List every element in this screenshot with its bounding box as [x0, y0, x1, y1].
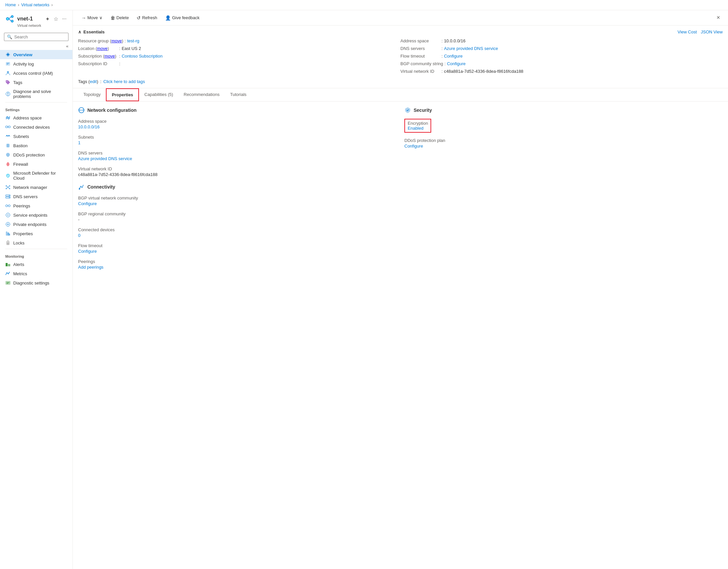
location-label: Location (move): [78, 46, 118, 51]
sidebar-item-firewall[interactable]: Firewall: [0, 159, 72, 169]
sidebar-item-locks[interactable]: Locks: [0, 238, 72, 247]
tabs-bar: Topology Properties Capabilities (5) Rec…: [73, 88, 728, 102]
essentials-collapse-icon[interactable]: ∧: [78, 29, 81, 34]
service-endpoints-icon: [5, 212, 11, 218]
search-input[interactable]: [14, 34, 66, 39]
sidebar-item-network-manager-label: Network manager: [13, 185, 47, 190]
address-space-row: Address space : 10.0.0.0/16: [400, 38, 723, 43]
sidebar-item-private-endpoints[interactable]: Private endpoints: [0, 220, 72, 229]
prop-dns-servers: DNS servers Azure provided DNS service: [78, 151, 396, 161]
network-config-section-icon: [78, 107, 85, 113]
location-move-link[interactable]: move: [97, 46, 108, 51]
svg-rect-17: [6, 126, 8, 128]
refresh-button[interactable]: ↺ Refresh: [133, 14, 160, 22]
prop-ddos-plan-value: Configure: [404, 144, 723, 149]
delete-button[interactable]: 🗑 Delete: [107, 14, 132, 22]
tags-add-link[interactable]: Click here to add tags: [103, 79, 145, 84]
json-view-link[interactable]: JSON View: [701, 29, 723, 34]
monitoring-divider: [5, 249, 67, 249]
sidebar-item-locks-label: Locks: [13, 241, 24, 245]
svg-point-25: [6, 188, 7, 189]
svg-point-53: [82, 109, 84, 111]
sidebar-item-tags[interactable]: Tags: [0, 78, 72, 87]
search-icon: 🔍: [7, 34, 12, 39]
tags-edit-link[interactable]: edit: [90, 79, 97, 84]
tab-topology[interactable]: Topology: [78, 89, 106, 101]
pin-button[interactable]: ✦: [45, 15, 50, 23]
sidebar: vnet-1 ✦ ☆ ··· Virtual network 🔍 « Overv…: [0, 10, 73, 569]
sidebar-item-ddos-protection[interactable]: DDoS protection: [0, 150, 72, 159]
essentials-flow-label: Flow timeout: [400, 54, 440, 59]
sidebar-item-bastion[interactable]: Bastion: [0, 141, 72, 150]
view-cost-link[interactable]: View Cost: [677, 29, 697, 34]
more-button[interactable]: ···: [62, 15, 67, 22]
svg-rect-43: [8, 233, 9, 236]
sidebar-item-peerings[interactable]: Peerings: [0, 201, 72, 210]
prop-bgp-regional: BGP regional community -: [78, 211, 396, 222]
alerts-icon: [5, 262, 11, 267]
tab-tutorials[interactable]: Tutorials: [225, 89, 251, 101]
connected-devices-icon: [5, 124, 11, 130]
collapse-sidebar-button[interactable]: «: [4, 44, 68, 49]
prop-address-space: Address space 10.0.0.0/16: [78, 119, 396, 129]
resource-group-label: Resource group (move): [78, 38, 123, 43]
move-button[interactable]: → Move ∨: [78, 14, 106, 22]
sidebar-item-microsoft-defender[interactable]: Microsoft Defender for Cloud: [0, 169, 72, 183]
sidebar-item-peerings-label: Peerings: [13, 203, 30, 208]
essentials-vnet-id-label: Virtual network ID: [400, 69, 440, 74]
sidebar-item-private-endpoints-label: Private endpoints: [13, 222, 46, 227]
sidebar-item-diagnostic-settings[interactable]: Diagnostic settings: [0, 278, 72, 287]
breadcrumb-home[interactable]: Home: [5, 3, 16, 7]
security-header: Security: [404, 107, 723, 113]
prop-vnet-id-value: c48a881a-7d52-4336-8dea-f8616fcda188: [78, 172, 396, 177]
sidebar-item-dns-servers[interactable]: DNS servers: [0, 192, 72, 201]
sidebar-item-network-manager[interactable]: Network manager: [0, 183, 72, 192]
network-manager-icon: [5, 185, 11, 190]
favorite-button[interactable]: ☆: [53, 15, 59, 23]
tab-recommendations[interactable]: Recommendations: [178, 89, 225, 101]
location-value: East US 2: [122, 46, 141, 51]
close-button[interactable]: ×: [714, 13, 723, 22]
resource-group-move-link[interactable]: move: [111, 38, 122, 43]
connectivity-section-icon: [78, 184, 85, 190]
sidebar-item-alerts[interactable]: Alerts: [0, 260, 72, 269]
dns-icon: [5, 194, 11, 199]
essentials-address-space-value: 10.0.0.0/16: [444, 38, 466, 43]
sidebar-item-service-endpoints[interactable]: Service endpoints: [0, 210, 72, 220]
sidebar-item-overview[interactable]: Overview: [0, 50, 72, 59]
prop-connected-devices-label: Connected devices: [78, 227, 396, 232]
sidebar-item-address-space[interactable]: Address space: [0, 113, 72, 122]
svg-point-55: [79, 188, 80, 190]
tab-capabilities[interactable]: Capabilities (5): [139, 89, 178, 101]
svg-rect-44: [9, 234, 10, 236]
sidebar-item-access-control[interactable]: Access control (IAM): [0, 68, 72, 78]
properties-tab-content: Network configuration Address space 10.0…: [73, 102, 728, 280]
sidebar-item-subnets[interactable]: Subnets: [0, 132, 72, 141]
firewall-icon: [5, 161, 11, 167]
sidebar-item-metrics[interactable]: Metrics: [0, 269, 72, 278]
subscription-label: Subscription (move): [78, 54, 118, 59]
prop-flow-timeout-value: Configure: [78, 249, 396, 254]
sidebar-item-connected-devices[interactable]: Connected devices: [0, 122, 72, 132]
main-content: → Move ∨ 🗑 Delete ↺ Refresh 👤 Give feedb…: [73, 10, 728, 569]
encryption-value[interactable]: Enabled: [408, 126, 428, 131]
essentials-dns-value: Azure provided DNS service: [444, 46, 498, 51]
subscription-move-link[interactable]: move: [104, 54, 115, 59]
prop-ddos-plan-label: DDoS protection plan: [404, 138, 723, 143]
svg-point-23: [6, 185, 7, 187]
svg-point-52: [79, 109, 81, 111]
sidebar-item-overview-label: Overview: [13, 52, 32, 57]
prop-bgp-virtual-label: BGP virtual network community: [78, 196, 396, 200]
sidebar-item-properties[interactable]: Properties: [0, 229, 72, 238]
location-row: Location (move) : East US 2: [78, 46, 400, 51]
sidebar-item-diagnose[interactable]: Diagnose and solve problems: [0, 87, 72, 101]
move-chevron-icon: ∨: [99, 15, 103, 20]
prop-address-space-value: 10.0.0.0/16: [78, 124, 396, 129]
feedback-button[interactable]: 👤 Give feedback: [162, 14, 203, 22]
svg-line-29: [9, 187, 9, 187]
sidebar-item-activity-log[interactable]: Activity log: [0, 59, 72, 68]
subscription-row: Subscription (move) : Contoso Subscripti…: [78, 54, 400, 59]
breadcrumb-virtual-networks[interactable]: Virtual networks: [21, 3, 49, 7]
address-space-icon: [5, 115, 11, 120]
tab-properties[interactable]: Properties: [106, 88, 139, 101]
